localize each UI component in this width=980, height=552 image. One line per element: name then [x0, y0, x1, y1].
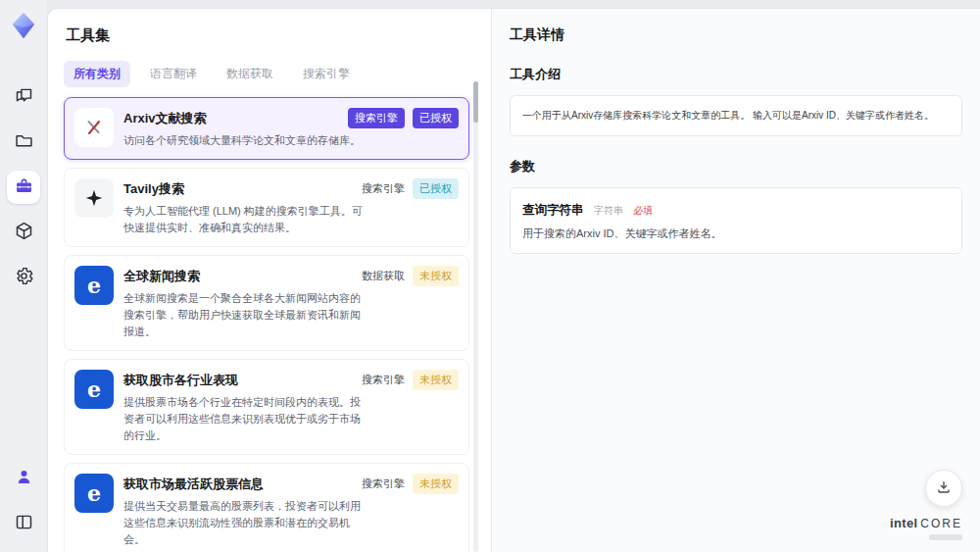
auth-status-badge: 已授权 — [413, 178, 459, 199]
tab-0[interactable]: 所有类别 — [64, 61, 130, 87]
content-panels: 工具集 所有类别语言翻译数据获取搜索引擎 Arxiv文献搜索 访问各个研究领域大… — [47, 8, 980, 552]
tab-2[interactable]: 数据获取 — [217, 61, 283, 87]
category-badge: 搜索引擎 — [362, 474, 405, 494]
download-icon — [936, 479, 952, 498]
category-tabs: 所有类别语言翻译数据获取搜索引擎 — [64, 61, 491, 87]
category-badge: 搜索引擎 — [362, 178, 405, 199]
param-description: 用于搜索的Arxiv ID、关键字或作者姓名。 — [522, 226, 950, 241]
param-name: 查询字符串 — [522, 203, 584, 217]
scrollbar-track[interactable] — [473, 81, 478, 552]
auth-status-badge: 未授权 — [413, 370, 459, 390]
layout-panel-icon — [14, 512, 34, 535]
tool-list-item[interactable]: e 获取股市各行业表现 提供股票市场各个行业在特定时间段内的表现。投资者可以利用… — [64, 359, 469, 455]
news-icon: e — [74, 474, 114, 513]
gem-logo-icon — [9, 11, 38, 40]
download-button[interactable] — [925, 470, 962, 507]
param-card: 查询字符串 字符串 必填 用于搜索的Arxiv ID、关键字或作者姓名。 — [510, 187, 962, 254]
gear-icon — [14, 266, 34, 289]
chat-icon — [14, 85, 34, 109]
page-title: 工具集 — [66, 26, 491, 45]
category-badge: 搜索引擎 — [348, 108, 405, 128]
intel-core-logo: intelCORE — [890, 514, 962, 540]
tool-description: 提供股票市场各个行业在特定时间段内的表现。投资者可以利用这些信息来识别表现优于或… — [123, 394, 368, 444]
tab-1[interactable]: 语言翻译 — [140, 61, 207, 87]
category-badge: 数据获取 — [362, 266, 405, 286]
news-icon: e — [74, 266, 114, 305]
tool-list-item[interactable]: Tavily搜索 专为人工智能代理 (LLM) 构建的搜索引擎工具。可快速提供实… — [64, 168, 469, 247]
arxiv-icon — [74, 108, 114, 147]
tool-description: 提供当天交易量最高的股票列表，投资者可以利用这些信息来识别流动性强的股票和潜在的… — [123, 498, 368, 548]
sidebar-item-models[interactable] — [7, 216, 40, 249]
sidebar-item-panel-toggle[interactable] — [7, 507, 40, 540]
sidebar-item-chat[interactable] — [7, 80, 40, 114]
intel-logo-subtext — [929, 534, 962, 540]
sidebar-item-tools[interactable] — [7, 171, 40, 204]
auth-status-badge: 已授权 — [413, 108, 459, 128]
auth-status-badge: 未授权 — [413, 266, 459, 286]
app-logo — [8, 10, 39, 41]
cube-icon — [14, 221, 34, 244]
tavily-icon — [74, 178, 114, 218]
detail-panel: 工具详情 工具介绍 一个用于从Arxiv存储库搜索科学论文和文章的工具。 输入可… — [491, 9, 980, 552]
toolbox-icon — [14, 176, 34, 199]
sidebar-item-settings[interactable] — [7, 261, 40, 294]
param-header: 查询字符串 字符串 必填 — [522, 200, 950, 219]
tools-panel: 工具集 所有类别语言翻译数据获取搜索引擎 Arxiv文献搜索 访问各个研究领域大… — [48, 9, 491, 552]
folder-icon — [14, 130, 34, 154]
tool-description: 专为人工智能代理 (LLM) 构建的搜索引擎工具。可快速提供实时、准确和真实的结… — [123, 203, 368, 236]
intel-brand-text: intel — [890, 516, 917, 530]
detail-title: 工具详情 — [510, 26, 962, 44]
user-icon — [14, 467, 34, 490]
tool-list-item[interactable]: e 全球新闻搜索 全球新闻搜索是一个聚合全球各大新闻网站内容的搜索引擎，帮助用户… — [64, 255, 469, 351]
news-icon: e — [74, 370, 114, 409]
tab-3[interactable]: 搜索引擎 — [293, 61, 360, 87]
tool-description: 全球新闻搜索是一个聚合全球各大新闻网站内容的搜索引擎，帮助用户快速获取全球最新资… — [123, 290, 368, 340]
sidebar — [0, 0, 47, 552]
params-heading: 参数 — [510, 158, 962, 176]
main-area: 工具集 所有类别语言翻译数据获取搜索引擎 Arxiv文献搜索 访问各个研究领域大… — [47, 0, 980, 552]
app-window: 工具集 所有类别语言翻译数据获取搜索引擎 Arxiv文献搜索 访问各个研究领域大… — [0, 0, 980, 552]
tool-description: 访问各个研究领域大量科学论文和文章的存储库。 — [123, 132, 368, 149]
core-brand-text: CORE — [920, 517, 962, 530]
sidebar-item-account[interactable] — [7, 462, 40, 495]
tool-list-item[interactable]: Arxiv文献搜索 访问各个研究领域大量科学论文和文章的存储库。 搜索引擎 已授… — [64, 97, 469, 160]
category-badge: 搜索引擎 — [362, 370, 405, 390]
auth-status-badge: 未授权 — [413, 474, 459, 494]
tool-list: Arxiv文献搜索 访问各个研究领域大量科学论文和文章的存储库。 搜索引擎 已授… — [64, 97, 469, 552]
sidebar-item-files[interactable] — [7, 125, 40, 159]
scrollbar-thumb[interactable] — [473, 81, 478, 123]
param-type: 字符串 — [594, 205, 623, 216]
intro-text: 一个用于从Arxiv存储库搜索科学论文和文章的工具。 输入可以是Arxiv ID… — [522, 108, 950, 124]
intro-heading: 工具介绍 — [510, 66, 962, 83]
param-required-flag: 必填 — [633, 205, 653, 216]
intro-card: 一个用于从Arxiv存储库搜索科学论文和文章的工具。 输入可以是Arxiv ID… — [510, 95, 962, 136]
tool-list-item[interactable]: e 获取市场最活跃股票信息 提供当天交易量最高的股票列表，投资者可以利用这些信息… — [64, 463, 469, 552]
